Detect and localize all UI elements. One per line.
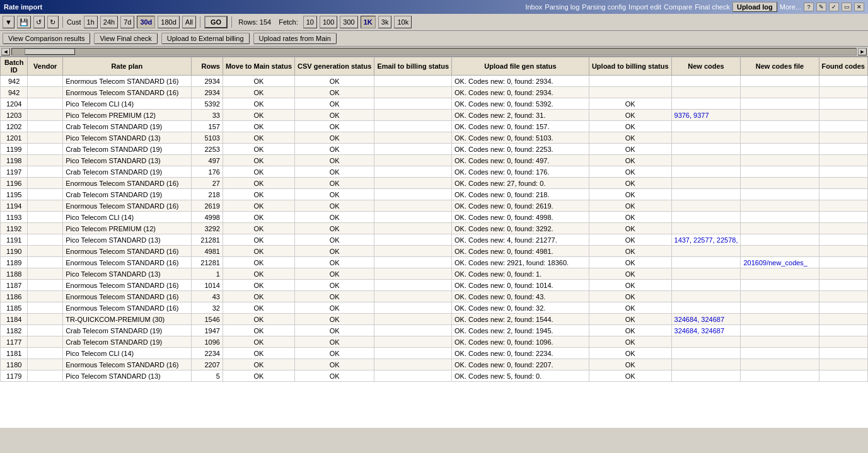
fetch-100[interactable]: 100 — [320, 16, 337, 28]
cell-new-codes[interactable] — [671, 302, 741, 314]
cell-new-codes-file[interactable] — [741, 302, 819, 314]
fetch-300[interactable]: 300 — [340, 16, 357, 28]
fetch-10[interactable]: 10 — [303, 16, 317, 28]
cell-new-codes[interactable] — [671, 268, 741, 280]
col-header-rows[interactable]: Rows — [191, 57, 223, 76]
scroll-track[interactable] — [11, 48, 857, 55]
col-header-vendor[interactable]: Vendor — [28, 57, 63, 76]
cell-new-codes[interactable]: 324684, 324687 — [671, 314, 741, 325]
refresh-icon2[interactable]: ↻ — [47, 16, 59, 28]
refresh-icon1[interactable]: ↺ — [33, 16, 45, 28]
save-icon[interactable]: 💾 — [17, 16, 31, 28]
cell-new-codes[interactable] — [671, 359, 741, 370]
check-icon[interactable]: ✓ — [829, 3, 839, 11]
cell-new-codes-file[interactable] — [741, 155, 819, 166]
nav-parsing-log[interactable]: Parsing log — [545, 3, 579, 11]
cell-new-codes[interactable] — [671, 178, 741, 189]
filter-icon[interactable]: ▼ — [3, 16, 14, 28]
cell-new-codes[interactable] — [671, 166, 741, 178]
col-header-csv-gen[interactable]: CSV generation status — [295, 57, 374, 76]
cell-new-codes-file[interactable] — [741, 280, 819, 291]
filter-24h[interactable]: 24h — [100, 16, 118, 28]
cell-new-codes[interactable]: 324684, 324687 — [671, 325, 741, 336]
cell-new-codes[interactable] — [671, 246, 741, 257]
cell-new-codes[interactable] — [671, 348, 741, 359]
cell-new-codes[interactable] — [671, 280, 741, 291]
cell-new-codes[interactable]: 9376, 9377 — [671, 110, 741, 121]
cell-new-codes-file[interactable] — [741, 87, 819, 98]
cell-new-codes[interactable] — [671, 98, 741, 110]
col-header-email-billing[interactable]: Email to billing status — [374, 57, 452, 76]
cell-new-codes-file[interactable] — [741, 325, 819, 336]
cell-new-codes-file[interactable] — [741, 223, 819, 234]
nav-parsing-config[interactable]: Parsing config — [582, 3, 626, 11]
close-icon[interactable]: ✕ — [854, 3, 864, 11]
cell-new-codes[interactable] — [671, 132, 741, 144]
cell-new-codes-file[interactable] — [741, 348, 819, 359]
filter-7d[interactable]: 7d — [120, 16, 134, 28]
cell-new-codes-file[interactable] — [741, 234, 819, 246]
cell-new-codes-file[interactable] — [741, 121, 819, 132]
filter-1h[interactable]: 1h — [84, 16, 98, 28]
cell-new-codes-file[interactable] — [741, 76, 819, 87]
cell-new-codes[interactable] — [671, 336, 741, 348]
upload-main-button[interactable]: Upload rates from Main — [253, 33, 337, 44]
cell-new-codes[interactable] — [671, 212, 741, 223]
scroll-left-button[interactable]: ◄ — [1, 48, 10, 55]
col-header-move-main[interactable]: Move to Main status — [223, 57, 294, 76]
col-header-rate-plan[interactable]: Rate plan — [63, 57, 191, 76]
cell-new-codes[interactable] — [671, 223, 741, 234]
col-header-found-codes[interactable]: Found codes — [819, 57, 867, 76]
filter-30d[interactable]: 30d — [137, 16, 155, 28]
scroll-right-button[interactable]: ► — [858, 48, 867, 55]
view-final-button[interactable]: View Final check — [94, 33, 157, 44]
filter-180d[interactable]: 180d — [158, 16, 179, 28]
cell-new-codes-file[interactable] — [741, 314, 819, 325]
cell-new-codes[interactable] — [671, 200, 741, 212]
nav-inbox[interactable]: Inbox — [525, 3, 542, 11]
cell-new-codes-file[interactable] — [741, 98, 819, 110]
help-icon[interactable]: ? — [804, 3, 814, 11]
cell-new-codes-file[interactable]: 201609/new_codes_ — [741, 257, 819, 268]
cell-new-codes[interactable] — [671, 121, 741, 132]
edit-icon[interactable]: ✎ — [816, 3, 826, 11]
filter-all[interactable]: All — [182, 16, 196, 28]
cell-new-codes[interactable] — [671, 76, 741, 87]
col-header-upload-file-gen[interactable]: Upload file gen status — [452, 57, 589, 76]
cell-new-codes-file[interactable] — [741, 144, 819, 155]
fetch-1k[interactable]: 1K — [361, 16, 376, 28]
upload-external-button[interactable]: Upload to External billing — [161, 33, 250, 44]
cell-new-codes-file[interactable] — [741, 268, 819, 280]
window-icon[interactable]: ▭ — [842, 3, 852, 11]
go-button[interactable]: GO — [204, 16, 228, 28]
cell-new-codes[interactable] — [671, 370, 741, 382]
cell-new-codes-file[interactable] — [741, 336, 819, 348]
cell-new-codes-file[interactable] — [741, 132, 819, 144]
scroll-thumb[interactable] — [25, 49, 75, 55]
horizontal-scrollbar[interactable]: ◄ ► — [0, 47, 868, 57]
cell-new-codes-file[interactable] — [741, 110, 819, 121]
cell-new-codes-file[interactable] — [741, 246, 819, 257]
cell-new-codes-file[interactable] — [741, 189, 819, 200]
cell-new-codes[interactable]: 1437, 22577, 22578, — [671, 234, 741, 246]
nav-import-edit[interactable]: Import edit — [628, 3, 661, 11]
cell-new-codes[interactable] — [671, 144, 741, 155]
col-header-batch-id[interactable]: BatchID — [1, 57, 28, 76]
cell-new-codes[interactable] — [671, 155, 741, 166]
cell-new-codes-file[interactable] — [741, 370, 819, 382]
fetch-10k[interactable]: 10k — [394, 16, 412, 28]
nav-compare[interactable]: Compare — [664, 3, 692, 11]
nav-final-check[interactable]: Final check — [695, 3, 730, 11]
cell-new-codes-file[interactable] — [741, 166, 819, 178]
col-header-new-codes-file[interactable]: New codes file — [741, 57, 819, 76]
cell-new-codes-file[interactable] — [741, 291, 819, 302]
cell-new-codes[interactable] — [671, 291, 741, 302]
fetch-3k[interactable]: 3k — [378, 16, 392, 28]
nav-more[interactable]: More... — [780, 3, 801, 11]
cell-new-codes-file[interactable] — [741, 212, 819, 223]
cell-new-codes-file[interactable] — [741, 359, 819, 370]
cell-new-codes[interactable] — [671, 189, 741, 200]
col-header-new-codes[interactable]: New codes — [671, 57, 741, 76]
col-header-upload-billing[interactable]: Upload to billing status — [589, 57, 671, 76]
upload-log-button[interactable]: Upload log — [732, 2, 777, 12]
